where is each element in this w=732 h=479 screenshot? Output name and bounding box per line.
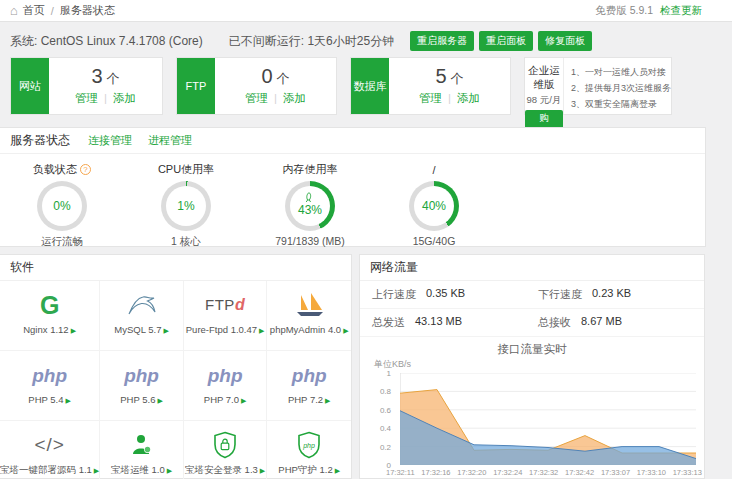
website-card-tab: 网站 [11,58,49,114]
website-card: 网站 3个 管理|添加 [10,57,163,115]
database-manage-link[interactable]: 管理 [419,92,442,104]
software-panel-title: 软件 [10,259,34,276]
running-icon: ▶ [167,467,172,474]
y-tick: 0.8 [380,387,391,396]
system-buttons: 重启服务器 重启面板 修复面板 [410,31,592,51]
x-tick: 17:32:24 [493,468,522,477]
upstream-speed-label: 上行速度 [372,287,416,302]
database-add-link[interactable]: 添加 [457,92,480,104]
x-tick: 17:32:32 [529,468,558,477]
software-item-nginx[interactable]: G Nginx 1.12▶ [0,281,100,351]
ftp-add-link[interactable]: 添加 [283,92,306,104]
traffic-area-chart [400,373,696,465]
breadcrumb-home[interactable]: 首页 [23,3,45,18]
software-item-label[interactable]: PHP 5.4 [28,394,63,405]
enterprise-title: 企业运维版 [525,64,563,92]
database-count-unit: 个 [451,71,464,86]
memory-percent: 43% [298,203,322,217]
database-card-tab: 数据库 [351,58,389,114]
software-item-php72[interactable]: php PHP 7.2▶ [267,351,351,421]
shield-lock-icon [213,431,237,459]
mysql-dolphin-icon [126,293,158,317]
memory-gauge-label: 内存使用率 [283,162,338,177]
ftp-count-unit: 个 [277,71,290,86]
repair-panel-button[interactable]: 修复面板 [538,31,592,51]
breadcrumb-current: 服务器状态 [60,3,115,18]
cpu-percent: 1% [177,199,194,213]
software-item-mysql[interactable]: MySQL 5.7▶ [100,281,184,351]
software-item-label[interactable]: PHP 5.6 [120,394,155,405]
total-sent-value: 43.13 MB [415,315,462,330]
network-traffic-panel: 网络流量 上行速度0.35 KB 下行速度0.23 KB 总发送43.13 MB… [359,254,705,479]
software-grid: G Nginx 1.12▶ MySQL 5.7▶ FTPd Pure-Ftpd … [0,281,351,479]
software-item-securelogin[interactable]: 宝塔安全登录 1.3▶ [184,421,268,479]
running-icon: ▶ [71,327,76,334]
software-item-php70[interactable]: php PHP 7.0▶ [184,351,268,421]
breadcrumb-separator: / [51,5,54,17]
downstream-speed-value: 0.23 KB [592,287,631,302]
x-tick: 17:33:13 [673,468,702,477]
ftp-card-tab: FTP [177,58,215,114]
software-item-label[interactable]: 宝塔一键部署源码 1.1 [0,464,92,475]
y-tick: 0.6 [380,406,391,415]
software-item-label[interactable]: 宝塔运维 1.0 [111,464,165,475]
website-add-link[interactable]: 添加 [113,92,136,104]
software-item-label[interactable]: 宝塔安全登录 1.3 [185,464,258,475]
process-manage-link[interactable]: 进程管理 [148,133,192,148]
x-tick: 17:33:10 [637,468,666,477]
enterprise-features: 1、一对一运维人员对接 2、提供每月3次运维服务 3、双重安全隔离登录 [564,58,671,114]
uptime-label: 已不间断运行: 1天6小时25分钟 [229,33,394,50]
enterprise-price: 98 元/月 [525,94,563,107]
disk-percent: 40% [422,199,446,213]
check-update-link[interactable]: 检查更新 [660,4,702,18]
website-manage-link[interactable]: 管理 [75,92,98,104]
restart-panel-button[interactable]: 重启面板 [479,31,533,51]
software-item-label[interactable]: Pure-Ftpd 1.0.47 [186,324,257,335]
connection-manage-link[interactable]: 连接管理 [88,133,132,148]
software-item-phpmyadmin[interactable]: phpMyAdmin 4.0▶ [267,281,351,351]
enterprise-ops-card: 企业运维版 98 元/月 购买 1、一对一运维人员对接 2、提供每月3次运维服务… [524,57,672,115]
os-label: 系统: CentOS Linux 7.4.1708 (Core) [10,33,203,50]
memory-gauge: 内存使用率 43% 791/1839 (MB) [248,162,372,249]
help-icon[interactable]: ? [80,164,91,175]
software-item-php54[interactable]: php PHP 5.4▶ [0,351,100,421]
software-item-label[interactable]: PHP 7.2 [288,394,323,405]
software-item-label[interactable]: Nginx 1.12 [23,324,68,335]
software-item-label[interactable]: PHP守护 1.2 [278,464,332,475]
cpu-gauge-sub: 1 核心 [124,235,248,249]
link-divider: | [274,92,277,104]
software-item-pureftpd[interactable]: FTPd Pure-Ftpd 1.0.47▶ [184,281,268,351]
software-panel: 软件 G Nginx 1.12▶ MySQL 5.7▶ FTPd Pure-Ft… [0,254,352,479]
cpu-gauge: CPU使用率 1% 1 核心 [124,162,248,249]
operator-person-icon [130,433,154,457]
software-item-phpguard[interactable]: php PHP守护 1.2▶ [267,421,351,479]
total-recv-value: 8.67 MB [581,315,622,330]
free-memory-rocket-icon[interactable] [304,192,314,203]
restart-server-button[interactable]: 重启服务器 [410,31,474,51]
svg-text:php: php [302,442,315,450]
server-status-title: 服务器状态 [10,132,70,149]
y-axis-ticks: 1 0.8 0.6 0.4 0.2 0 [360,373,396,465]
home-icon[interactable]: ⌂ [10,4,18,17]
total-sent-label: 总发送 [372,315,405,330]
y-tick: 0.2 [380,443,391,452]
link-divider: | [448,92,451,104]
software-item-label[interactable]: phpMyAdmin 4.0 [270,324,341,335]
load-gauge: 负载状态 ? 0% 运行流畅 [0,162,124,249]
software-item-label[interactable]: PHP 7.0 [204,394,239,405]
load-gauge-sub: 运行流畅 [0,235,124,249]
stat-cards-row: 网站 3个 管理|添加 FTP 0个 管理|添加 数据库 5个 管理|添加 企业… [10,57,672,115]
software-item-deploy[interactable]: </> 宝塔一键部署源码 1.1▶ [0,421,100,479]
load-percent: 0% [53,199,70,213]
nginx-icon: G [40,293,59,318]
ftp-manage-link[interactable]: 管理 [245,92,268,104]
code-icon: </> [34,434,64,456]
software-item-ops[interactable]: 宝塔运维 1.0▶ [100,421,184,479]
software-item-php56[interactable]: php PHP 5.6▶ [100,351,184,421]
software-item-label[interactable]: MySQL 5.7 [114,324,161,335]
database-card: 数据库 5个 管理|添加 [350,57,511,115]
x-tick: 17:32:42 [565,468,594,477]
cpu-gauge-label: CPU使用率 [158,162,214,177]
x-axis-ticks: 17:32:11 17:32:16 17:32:20 17:32:24 17:3… [386,468,702,477]
traffic-chart: 1 0.8 0.6 0.4 0.2 0 17:32:11 17:32:16 17… [360,373,704,477]
